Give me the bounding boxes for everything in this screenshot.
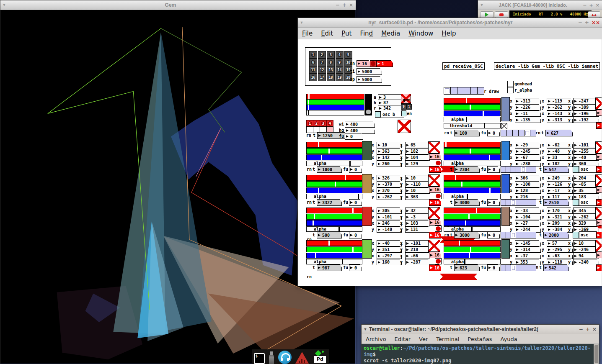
left-3-blue-slider[interactable] — [306, 220, 362, 226]
threshold-count-numbox[interactable]: 100 — [454, 130, 480, 136]
left-1-c1-numbox-0[interactable]: 65 — [405, 142, 430, 148]
right-3-blue-slider[interactable] — [444, 220, 501, 226]
left-1-x-toggle[interactable] — [428, 141, 440, 154]
step-button-5[interactable]: 5 — [344, 51, 352, 59]
threshold-red-slider-handle[interactable] — [466, 98, 467, 103]
left-2-pink-numbox[interactable]: 16 — [429, 187, 441, 193]
right-2-blue-slider-handle[interactable] — [489, 188, 491, 193]
pd-tray-icon[interactable]: Pd — [313, 351, 328, 364]
wi-numbox[interactable]: 400 — [345, 121, 375, 128]
master-blue-slider-handle[interactable] — [308, 105, 309, 110]
left-3-green-slider-handle[interactable] — [314, 214, 315, 219]
r-draw-radio-cell-1[interactable] — [450, 87, 457, 95]
right-2-radio[interactable] — [501, 199, 536, 206]
step-button-11[interactable]: 11 — [309, 66, 317, 74]
right-1-green-slider[interactable] — [444, 148, 501, 154]
left-1-c0-numbox-3[interactable]: 260 — [377, 161, 402, 167]
left-4-x-toggle[interactable] — [428, 240, 440, 252]
trigger-bang-3[interactable]: 3 — [320, 120, 327, 127]
right-2-c2-numbox-2[interactable]: 35 — [573, 187, 599, 194]
trigger-bang-1[interactable]: 1 — [306, 120, 313, 127]
right-4-pink-numbox[interactable]: 16 — [596, 252, 602, 258]
right-4-c2-numbox-3[interactable]: -240 — [573, 259, 599, 265]
threshold-c0-numbox-0[interactable]: -313 — [515, 98, 541, 104]
right-4-red-numbox[interactable]: 16 — [596, 264, 602, 271]
osc-b-message[interactable]: osc_b — [381, 111, 404, 118]
threshold-red-slider[interactable] — [444, 98, 501, 104]
left-1-c1-numbox-1[interactable]: 182 — [405, 148, 430, 154]
minimize-icon[interactable]: − — [583, 3, 586, 8]
right-4-blue-slider[interactable] — [444, 253, 501, 259]
step-button-6[interactable]: 6 — [309, 59, 317, 66]
step-button-18[interactable]: 18 — [327, 74, 335, 81]
step-button-1[interactable]: 1 — [309, 51, 317, 59]
right-3-radio-numbox[interactable]: 2000 — [543, 232, 569, 238]
pd-titlebar[interactable]: ▼ nyr_surface01b.pd - /home/oscar/Pd/pat… — [298, 18, 602, 28]
left-4-count-numbox[interactable]: 987 — [317, 264, 342, 271]
right-1-pink-numbox[interactable]: 16 — [596, 154, 602, 160]
ti-numbox[interactable]: 5000 — [357, 68, 382, 75]
pd-menu-put[interactable]: Put — [337, 30, 356, 37]
right-2-osc-toggle[interactable] — [573, 199, 579, 206]
right-4-green-slider[interactable] — [444, 246, 501, 252]
equalizer-icon[interactable] — [295, 351, 309, 364]
left-4-red-slider-handle[interactable] — [328, 241, 330, 246]
right-2-c0-numbox-2[interactable]: 128 — [515, 187, 541, 194]
threshold-radio-cell-0[interactable] — [501, 130, 507, 136]
left-1-blue-slider-handle[interactable] — [321, 155, 322, 160]
scrollbar-thumb[interactable] — [594, 345, 598, 363]
jack-play-button[interactable] — [480, 11, 493, 18]
r-draw-radio-cell-5[interactable] — [477, 87, 484, 95]
left-3-blue-slider-handle[interactable] — [313, 220, 314, 226]
right-3-green-slider-handle[interactable] — [468, 214, 470, 219]
right-3-radio-cell-6[interactable] — [531, 232, 536, 238]
left-3-c1-numbox-2[interactable]: 103 — [405, 220, 430, 226]
left-4-c0-numbox-2[interactable]: -297 — [377, 253, 402, 259]
right-2-c0-numbox-0[interactable]: 306 — [515, 175, 541, 181]
pd-menu-help[interactable]: Help — [437, 30, 460, 37]
threshold-green-slider[interactable] — [444, 104, 501, 110]
left-2-red-numbox[interactable]: 16 — [429, 199, 441, 206]
threshold-radio-cell-2[interactable] — [512, 130, 519, 136]
left-4-c1-numbox-1[interactable]: 218 — [405, 246, 430, 253]
r-draw-radio-cell-3[interactable] — [464, 87, 471, 95]
left-3-alpha-slider-handle[interactable] — [338, 227, 340, 231]
hg-numbox[interactable]: 400 — [345, 127, 375, 134]
right-2-green-slider-handle[interactable] — [461, 182, 462, 187]
sp-numbox[interactable]: 5000 — [357, 76, 382, 83]
threshold-mini-toggle[interactable] — [501, 123, 507, 129]
right-3-blue-slider-handle[interactable] — [465, 220, 466, 226]
step-button-7[interactable]: 7 — [318, 59, 326, 66]
right-1-green-slider-handle[interactable] — [470, 149, 471, 154]
jack-stop-button[interactable] — [495, 11, 508, 18]
left-4-c0-numbox-3[interactable]: 160 — [377, 259, 402, 265]
master-vertical-slider[interactable] — [365, 94, 372, 115]
left-2-x-toggle[interactable] — [428, 174, 440, 187]
left-1-c0-numbox-1[interactable]: 363 — [377, 148, 402, 154]
right-1-red-slider[interactable] — [444, 142, 501, 148]
r-numbox[interactable]: 342 — [378, 105, 403, 111]
left-1-green-slider-handle[interactable] — [328, 149, 330, 154]
pd-canvas[interactable]: 1234567891011121314151617181920sn161ti50… — [298, 39, 602, 286]
threshold-alpha-slider-handle[interactable] — [466, 117, 467, 122]
right-3-red-slider-handle[interactable] — [476, 208, 477, 213]
left-3-c1-numbox-0[interactable]: 32 — [405, 208, 430, 214]
right-2-osc-message[interactable]: osc — [579, 199, 597, 206]
left-4-red-slider[interactable] — [306, 240, 362, 246]
threshold-red-numbox[interactable]: 16 — [596, 122, 602, 129]
right-2-count-numbox[interactable]: 4000 — [454, 199, 480, 206]
threshold-green-slider-handle[interactable] — [470, 105, 471, 110]
step-button-17[interactable]: 17 — [318, 74, 326, 81]
left-2-c0-numbox-1[interactable]: -370 — [377, 181, 402, 187]
close-icon[interactable]: × — [349, 2, 353, 8]
left-4-c1-numbox-0[interactable]: -101 — [405, 240, 430, 246]
render-toggle[interactable] — [398, 120, 411, 133]
maximize-icon[interactable]: + — [585, 20, 589, 26]
threshold-pink-numbox[interactable]: 16 — [596, 110, 602, 116]
wintoggle-3[interactable] — [320, 126, 327, 133]
right-1-red-slider-handle[interactable] — [445, 142, 447, 147]
right-4-red-slider-handle[interactable] — [459, 241, 460, 246]
threshold-radio-cell-1[interactable] — [506, 130, 513, 136]
right-3-c0-numbox-0[interactable]: -33 — [515, 208, 541, 214]
minimize-icon[interactable]: − — [579, 326, 583, 332]
